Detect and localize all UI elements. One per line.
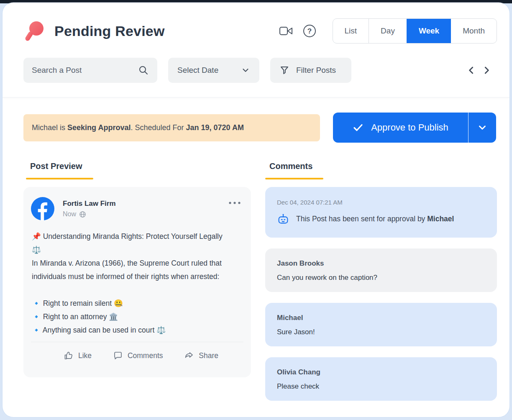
comments-column: Comments Dec 04, 2024 07:21 AM — [265, 161, 497, 401]
view-switcher: List Day Week Month — [333, 18, 497, 44]
chevron-right-icon[interactable] — [481, 65, 492, 76]
like-button[interactable]: Like — [64, 351, 92, 361]
approval-row: Michael is Seeking Approval. Scheduled F… — [23, 113, 497, 143]
select-date-dropdown[interactable]: Select Date — [168, 58, 259, 83]
system-comment-card: Dec 04, 2024 07:21 AM — [265, 187, 497, 238]
share-label: Share — [199, 351, 218, 360]
post-actions: Like Comments — [31, 342, 243, 361]
filter-posts-button[interactable]: Filter Posts — [270, 58, 351, 83]
post-line: ⚖️ — [32, 243, 243, 256]
filter-posts-label: Filter Posts — [296, 66, 336, 75]
search-icon — [138, 65, 149, 76]
comment-card: Jason Brooks Can you rework on the capti… — [265, 248, 497, 292]
post-options-icon[interactable] — [227, 200, 243, 206]
title-row: Pending Review ? — [23, 18, 497, 44]
comment-text: Sure Jason! — [277, 328, 485, 336]
camera-icon[interactable] — [279, 26, 293, 36]
post-header: Fortis Law Firm Now — [31, 197, 243, 220]
account-info: Fortis Law Firm Now — [63, 200, 116, 218]
post-line: 🔹 Anything said can be used in court ⚖️ — [32, 323, 243, 337]
comment-timestamp: Dec 04, 2024 07:21 AM — [277, 199, 485, 206]
view-tab-month[interactable]: Month — [451, 19, 497, 43]
approve-main[interactable]: Approve to Publish — [333, 122, 468, 133]
tab-underline — [265, 178, 323, 179]
system-comment-row: This Post has been sent for approval by … — [277, 213, 485, 228]
search-input[interactable] — [32, 66, 138, 75]
comment-author: Olivia Chang — [277, 368, 485, 376]
facebook-post-card: Fortis Law Firm Now — [23, 187, 251, 377]
thumbs-up-icon — [64, 351, 74, 361]
share-icon — [184, 351, 194, 361]
system-comment-text: This Post has been sent for approval by … — [296, 215, 454, 223]
comments-label: Comments — [128, 351, 163, 360]
post-time: Now — [63, 210, 116, 218]
comment-author: Michael — [277, 314, 485, 322]
view-tab-week[interactable]: Week — [407, 19, 451, 43]
chevron-down-icon — [241, 66, 250, 75]
check-icon — [353, 122, 364, 133]
share-button[interactable]: Share — [184, 351, 218, 361]
comment-card: Michael Sure Jason! — [265, 303, 497, 346]
select-date-label: Select Date — [177, 66, 218, 75]
globe-icon — [79, 211, 86, 218]
post-preview-tab-label: Post Preview — [26, 161, 251, 171]
approve-dropdown-toggle[interactable] — [468, 122, 496, 133]
comment-author: Jason Brooks — [277, 259, 485, 268]
post-line: 🔹 Right to an attorney 🏛️ — [32, 310, 243, 323]
svg-text:?: ? — [307, 27, 311, 35]
tab-underline — [26, 178, 93, 179]
comment-text: Please check — [277, 382, 485, 391]
comment-card: Olivia Chang Please check — [265, 357, 497, 401]
page-title: Pending Review — [54, 23, 165, 39]
main-content: Michael is Seeking Approval. Scheduled F… — [3, 97, 509, 401]
approve-to-publish-button[interactable]: Approve to Publish — [333, 113, 496, 143]
like-label: Like — [78, 351, 92, 360]
robot-icon — [277, 213, 289, 225]
tab-post-preview[interactable]: Post Preview — [26, 161, 251, 179]
facebook-logo-icon — [31, 197, 54, 220]
pending-review-pin-icon — [23, 20, 46, 42]
post-line: 📌 Understanding Miranda Rights: Protect … — [32, 230, 243, 243]
account-name: Fortis Law Firm — [63, 200, 116, 208]
header: Pending Review ? — [3, 3, 509, 97]
approve-label: Approve to Publish — [371, 122, 448, 133]
columns: Post Preview Forti — [23, 161, 497, 401]
post-body: 📌 Understanding Miranda Rights: Protect … — [31, 230, 243, 337]
page-background: Pending Review ? — [0, 0, 512, 420]
comments-tab-label: Comments — [265, 161, 497, 171]
banner-text: Michael is Seeking Approval. Scheduled F… — [32, 123, 244, 132]
comment-bubble-icon — [113, 351, 123, 361]
week-nav — [466, 65, 497, 76]
tab-comments[interactable]: Comments — [265, 161, 497, 179]
search-post-field[interactable] — [23, 58, 157, 83]
chevron-down-icon — [477, 122, 488, 133]
comment-text: Can you rework on the caption? — [277, 274, 485, 282]
comments-button[interactable]: Comments — [113, 351, 163, 361]
pending-review-panel: Pending Review ? — [3, 3, 509, 417]
view-tab-day[interactable]: Day — [369, 19, 407, 43]
post-line: In Miranda v. Arizona (1966), the Suprem… — [32, 256, 243, 283]
funnel-icon — [279, 65, 289, 75]
help-icon[interactable]: ? — [302, 24, 317, 38]
post-line: 🔹 Right to remain silent 🤐 — [32, 297, 243, 310]
header-actions: ? List Day Week Month — [279, 18, 497, 44]
approval-status-banner: Michael is Seeking Approval. Scheduled F… — [23, 114, 320, 141]
view-tab-list[interactable]: List — [333, 19, 369, 43]
post-line — [32, 283, 243, 297]
post-preview-column: Post Preview Forti — [17, 161, 251, 401]
chevron-left-icon[interactable] — [466, 65, 477, 76]
toolbar: Select Date Filter Posts — [23, 58, 497, 83]
